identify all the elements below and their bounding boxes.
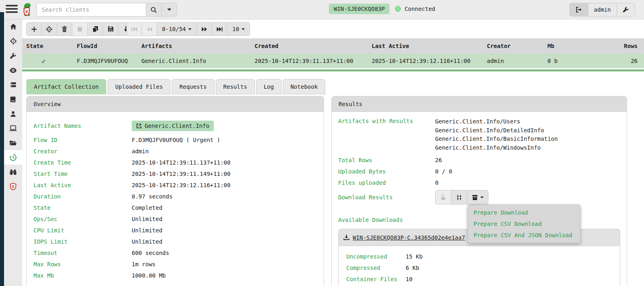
overview-value: 2025-10-14T12:39:11.137+11:00 bbox=[132, 159, 230, 166]
column-header-last-active[interactable]: Last Active bbox=[368, 43, 483, 49]
flow-created-cell: 2025-10-14T12:39:11.137+11:00 bbox=[250, 58, 368, 64]
results-label: Total Rows bbox=[338, 157, 435, 163]
column-header-artifacts[interactable]: Artifacts bbox=[137, 43, 250, 49]
flow-table-row-selected[interactable]: ✓ F.D3MQJFV0UFOUQ Generic.Client.Info 20… bbox=[22, 54, 644, 68]
flow-detail-tabs: Artifact Collection Uploaded Files Reque… bbox=[26, 79, 326, 94]
download-results-buttons bbox=[435, 190, 488, 205]
artifact-name-badge[interactable]: Generic.Client.Info bbox=[132, 121, 214, 131]
sidebar-item-users[interactable] bbox=[4, 106, 22, 121]
overview-value: 600 seconds bbox=[132, 250, 169, 256]
overview-label: State bbox=[34, 205, 132, 211]
collapse-button[interactable] bbox=[451, 190, 467, 205]
sidebar-item-server-artifacts[interactable] bbox=[4, 77, 22, 92]
results-label: Files uploaded bbox=[338, 180, 435, 186]
sidebar-item-clients[interactable] bbox=[4, 121, 22, 136]
menu-item-prepare-csv-json-download[interactable]: Prepare CSV And JSON Download bbox=[468, 230, 580, 241]
sidebar-item-server-config[interactable] bbox=[4, 48, 22, 63]
sidebar-item-collected-flows[interactable] bbox=[4, 150, 22, 165]
sidebar-item-velociraptor-shield[interactable]: V bbox=[4, 179, 22, 194]
tab-requests[interactable]: Requests bbox=[172, 79, 214, 94]
laptop-icon bbox=[9, 125, 17, 132]
tab-uploaded-files[interactable]: Uploaded Files bbox=[107, 79, 170, 94]
sidebar-item-server-monitoring[interactable] bbox=[4, 63, 22, 77]
overview-value: Completed bbox=[132, 205, 162, 211]
tab-artifact-collection[interactable]: Artifact Collection bbox=[26, 79, 106, 94]
results-panel-title: Results bbox=[332, 96, 627, 112]
next-page-button[interactable] bbox=[197, 22, 212, 36]
stop-flow-button[interactable] bbox=[72, 22, 88, 36]
delete-flow-button[interactable] bbox=[57, 22, 72, 36]
overview-value: 2025-10-14T12:39:12.116+11:00 bbox=[132, 182, 230, 188]
last-page-button[interactable] bbox=[212, 22, 227, 36]
tab-results[interactable]: Results bbox=[216, 79, 255, 94]
sidebar-item-vfs[interactable] bbox=[4, 136, 22, 150]
prepare-download-dropdown-button[interactable] bbox=[467, 190, 488, 205]
first-page-button[interactable] bbox=[126, 22, 142, 36]
menu-item-prepare-csv-download[interactable]: Prepare CSV Download bbox=[468, 218, 580, 230]
sidebar-item-view-artifacts[interactable] bbox=[4, 92, 22, 106]
overview-value: 1m rows bbox=[132, 261, 156, 267]
user-icon bbox=[10, 111, 17, 117]
menu-item-prepare-download[interactable]: Prepare Download bbox=[468, 207, 580, 218]
lock-download-button[interactable] bbox=[435, 190, 451, 205]
search-input[interactable] bbox=[36, 3, 146, 17]
results-value: 0 bbox=[435, 180, 438, 186]
overview-value: Unlimited bbox=[132, 216, 162, 222]
overview-value: admin bbox=[132, 148, 149, 154]
download-file-link[interactable]: WIN-SJE0CKQO83P-C.34365d02e4e1aa7 bbox=[343, 234, 465, 241]
user-settings-button[interactable] bbox=[617, 3, 635, 17]
pagination-controls: 0-10/54 10 bbox=[126, 22, 250, 36]
results-value: 0 / 0 bbox=[435, 168, 452, 175]
results-value: 26 bbox=[435, 157, 442, 163]
add-to-hunt-button[interactable] bbox=[42, 22, 57, 36]
sidebar-item-hunt-manager[interactable] bbox=[4, 34, 22, 48]
column-header-rows[interactable]: Rows bbox=[588, 43, 644, 49]
user-menu: admin bbox=[569, 3, 635, 17]
download-stat-value: 6 Kb bbox=[406, 265, 419, 271]
hamburger-menu-icon[interactable] bbox=[6, 5, 18, 15]
column-header-mb[interactable]: Mb bbox=[543, 43, 588, 49]
sidebar-accent-strip bbox=[0, 12, 4, 286]
search-options-dropdown-button[interactable] bbox=[162, 3, 177, 17]
column-header-created[interactable]: Created bbox=[250, 43, 368, 49]
chevron-down-icon bbox=[480, 196, 484, 198]
previous-page-button[interactable] bbox=[142, 22, 157, 36]
tab-notebook[interactable]: Notebook bbox=[283, 79, 325, 94]
skip-end-icon bbox=[217, 27, 223, 32]
connected-dot-icon bbox=[395, 6, 401, 12]
svg-text:V: V bbox=[12, 184, 15, 188]
overview-panel: Overview Artifact Names Generic.Client.I… bbox=[26, 96, 324, 286]
column-header-state[interactable]: State bbox=[22, 43, 73, 49]
page-range-label: 0-10/54 bbox=[162, 26, 186, 32]
overview-value: 0.97 seconds bbox=[132, 193, 173, 200]
column-header-flowid[interactable]: FlowId bbox=[73, 43, 137, 49]
flow-mb-cell: 0 b bbox=[543, 58, 588, 64]
column-header-creator[interactable]: Creator bbox=[483, 43, 543, 49]
rewind-icon bbox=[147, 27, 152, 32]
overview-value: Unlimited bbox=[132, 238, 162, 245]
overview-label: Timeout bbox=[34, 250, 132, 256]
results-label: Uploaded Bytes bbox=[338, 168, 435, 175]
page-range-dropdown[interactable]: 0-10/54 bbox=[157, 22, 197, 36]
copy-collection-button[interactable] bbox=[88, 22, 103, 36]
overview-value: F.D3MQJFV0UFOUQ ( Urgent ) bbox=[132, 137, 220, 143]
sidebar-item-home[interactable] bbox=[4, 19, 22, 34]
search-button[interactable] bbox=[146, 3, 162, 17]
book-icon bbox=[10, 96, 17, 103]
tab-log[interactable]: Log bbox=[256, 79, 282, 94]
sidebar-item-search[interactable] bbox=[4, 165, 22, 179]
overview-label: Duration bbox=[34, 193, 132, 200]
flow-creator-cell: admin bbox=[483, 58, 543, 64]
main-content: 0-10/54 10 State FlowId Artifacts Create… bbox=[22, 19, 644, 286]
save-collection-button[interactable] bbox=[103, 22, 118, 36]
new-collection-button[interactable] bbox=[26, 22, 42, 36]
download-results-label: Download Results bbox=[338, 194, 435, 200]
page-size-dropdown[interactable]: 10 bbox=[227, 22, 250, 36]
velociraptor-logo: V bbox=[22, 2, 34, 17]
client-status: WIN-SJE0CKQO83P Connected bbox=[329, 4, 435, 14]
hostname-badge[interactable]: WIN-SJE0CKQO83P bbox=[329, 4, 389, 14]
flow-state-check-icon: ✓ bbox=[22, 57, 73, 65]
overview-label: Max Mb bbox=[34, 272, 132, 279]
logout-button[interactable] bbox=[569, 3, 588, 17]
flow-artifacts-cell: Generic.Client.Info bbox=[137, 58, 250, 64]
